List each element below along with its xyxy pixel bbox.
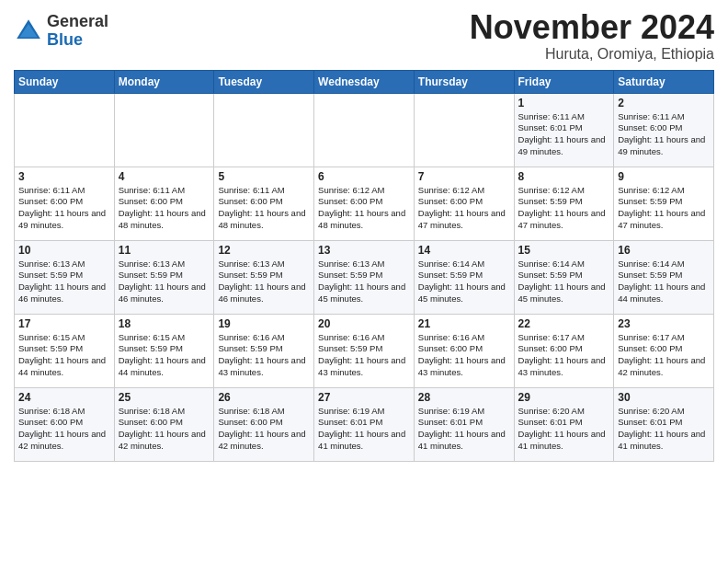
cell-content: Sunrise: 6:12 AMSunset: 6:00 PMDaylight:… (418, 185, 510, 232)
calendar-cell: 30Sunrise: 6:20 AMSunset: 6:01 PMDayligh… (614, 387, 714, 461)
calendar-cell: 3Sunrise: 6:11 AMSunset: 6:00 PMDaylight… (15, 167, 115, 240)
cell-line: Sunset: 6:00 PM (18, 196, 83, 206)
cell-content: Sunrise: 6:11 AMSunset: 6:00 PMDaylight:… (18, 185, 110, 232)
day-number: 21 (418, 317, 510, 330)
day-number: 7 (418, 170, 510, 183)
cell-line: Sunset: 6:00 PM (318, 196, 382, 206)
calendar-cell: 12Sunrise: 6:13 AMSunset: 5:59 PMDayligh… (214, 240, 314, 314)
cell-content: Sunrise: 6:14 AMSunset: 5:59 PMDaylight:… (518, 259, 610, 305)
cell-line: Daylight: 11 hours and 48 minutes. (218, 208, 305, 230)
day-number: 25 (119, 391, 210, 404)
calendar-cell: 24Sunrise: 6:18 AMSunset: 6:00 PMDayligh… (15, 387, 115, 461)
cell-line: Sunrise: 6:18 AM (218, 406, 284, 416)
day-number: 13 (318, 244, 410, 257)
cell-line: Sunrise: 6:11 AM (119, 185, 185, 195)
cell-line: Sunrise: 6:13 AM (318, 259, 384, 269)
cell-line: Sunrise: 6:13 AM (18, 259, 85, 269)
cell-content: Sunrise: 6:18 AMSunset: 6:00 PMDaylight:… (218, 406, 310, 453)
cell-line: Daylight: 11 hours and 43 minutes. (318, 355, 405, 377)
cell-line: Sunrise: 6:11 AM (18, 185, 85, 195)
calendar-cell: 4Sunrise: 6:11 AMSunset: 6:00 PMDaylight… (114, 167, 214, 240)
calendar-cell: 25Sunrise: 6:18 AMSunset: 6:00 PMDayligh… (114, 387, 214, 461)
day-number: 6 (318, 170, 410, 183)
calendar-cell: 1Sunrise: 6:11 AMSunset: 6:01 PMDaylight… (514, 93, 614, 167)
cell-line: Sunrise: 6:17 AM (518, 332, 585, 342)
cell-line: Daylight: 11 hours and 41 minutes. (518, 429, 606, 451)
calendar-week-3: 10Sunrise: 6:13 AMSunset: 5:59 PMDayligh… (15, 240, 714, 314)
calendar-header: SundayMondayTuesdayWednesdayThursdayFrid… (15, 70, 714, 93)
cell-line: Daylight: 11 hours and 42 minutes. (18, 429, 106, 451)
weekday-header-wednesday: Wednesday (314, 70, 415, 93)
calendar-cell: 28Sunrise: 6:19 AMSunset: 6:01 PMDayligh… (414, 387, 514, 461)
calendar-cell: 17Sunrise: 6:15 AMSunset: 5:59 PMDayligh… (15, 314, 115, 387)
calendar-table: SundayMondayTuesdayWednesdayThursdayFrid… (14, 70, 714, 462)
cell-line: Sunset: 5:59 PM (18, 270, 83, 280)
cell-line: Sunset: 5:59 PM (618, 270, 682, 280)
cell-line: Sunset: 5:59 PM (318, 270, 382, 280)
day-number: 29 (518, 391, 610, 404)
day-number: 3 (18, 170, 110, 183)
cell-content: Sunrise: 6:12 AMSunset: 6:00 PMDaylight:… (318, 185, 410, 232)
day-number: 4 (119, 170, 210, 183)
cell-line: Sunset: 6:00 PM (518, 343, 583, 353)
cell-line: Daylight: 11 hours and 44 minutes. (119, 355, 206, 377)
cell-content: Sunrise: 6:19 AMSunset: 6:01 PMDaylight:… (318, 406, 410, 453)
cell-line: Sunset: 6:01 PM (618, 417, 682, 427)
calendar-cell (15, 93, 115, 167)
cell-line: Sunset: 6:00 PM (119, 196, 183, 206)
cell-line: Sunset: 5:59 PM (218, 270, 282, 280)
calendar-cell (114, 93, 214, 167)
cell-content: Sunrise: 6:20 AMSunset: 6:01 PMDaylight:… (518, 406, 610, 453)
cell-content: Sunrise: 6:12 AMSunset: 5:59 PMDaylight:… (518, 185, 610, 232)
cell-content: Sunrise: 6:14 AMSunset: 5:59 PMDaylight:… (618, 259, 710, 305)
calendar-cell: 13Sunrise: 6:13 AMSunset: 5:59 PMDayligh… (314, 240, 415, 314)
cell-line: Daylight: 11 hours and 41 minutes. (418, 429, 506, 451)
cell-line: Sunset: 6:00 PM (618, 343, 682, 353)
day-number: 9 (618, 170, 710, 183)
cell-line: Sunset: 6:01 PM (518, 122, 583, 132)
day-number: 22 (518, 317, 610, 330)
cell-line: Sunrise: 6:20 AM (518, 406, 585, 416)
day-number: 16 (618, 244, 710, 257)
cell-line: Sunrise: 6:14 AM (618, 259, 684, 269)
calendar-cell: 5Sunrise: 6:11 AMSunset: 6:00 PMDaylight… (214, 167, 314, 240)
cell-line: Sunset: 6:00 PM (418, 196, 483, 206)
calendar-cell (314, 93, 415, 167)
cell-line: Sunset: 5:59 PM (618, 196, 682, 206)
calendar-cell: 29Sunrise: 6:20 AMSunset: 6:01 PMDayligh… (514, 387, 614, 461)
cell-content: Sunrise: 6:16 AMSunset: 5:59 PMDaylight:… (218, 332, 310, 379)
calendar-cell: 22Sunrise: 6:17 AMSunset: 6:00 PMDayligh… (514, 314, 614, 387)
cell-line: Daylight: 11 hours and 44 minutes. (618, 282, 705, 304)
day-number: 24 (18, 391, 110, 404)
cell-line: Sunrise: 6:19 AM (318, 406, 384, 416)
calendar-cell: 18Sunrise: 6:15 AMSunset: 5:59 PMDayligh… (114, 314, 214, 387)
calendar-cell: 2Sunrise: 6:11 AMSunset: 6:00 PMDaylight… (614, 93, 714, 167)
calendar-cell (414, 93, 514, 167)
cell-line: Sunset: 5:59 PM (119, 270, 183, 280)
cell-content: Sunrise: 6:13 AMSunset: 5:59 PMDaylight:… (318, 259, 410, 305)
calendar-cell: 16Sunrise: 6:14 AMSunset: 5:59 PMDayligh… (614, 240, 714, 314)
location: Huruta, Oromiya, Ethiopia (470, 46, 714, 63)
cell-line: Daylight: 11 hours and 47 minutes. (618, 208, 705, 230)
day-number: 14 (418, 244, 510, 257)
calendar-week-1: 1Sunrise: 6:11 AMSunset: 6:01 PMDaylight… (15, 93, 714, 167)
logo-blue: Blue (47, 30, 83, 49)
cell-line: Daylight: 11 hours and 41 minutes. (618, 429, 705, 451)
cell-line: Daylight: 11 hours and 43 minutes. (218, 355, 305, 377)
cell-content: Sunrise: 6:11 AMSunset: 6:00 PMDaylight:… (119, 185, 210, 232)
cell-line: Sunrise: 6:17 AM (618, 332, 684, 342)
day-number: 17 (18, 317, 110, 330)
cell-line: Sunrise: 6:13 AM (218, 259, 284, 269)
weekday-header-sunday: Sunday (15, 70, 115, 93)
cell-content: Sunrise: 6:15 AMSunset: 5:59 PMDaylight:… (18, 332, 110, 379)
calendar-cell: 14Sunrise: 6:14 AMSunset: 5:59 PMDayligh… (414, 240, 514, 314)
cell-line: Daylight: 11 hours and 46 minutes. (218, 282, 305, 304)
cell-content: Sunrise: 6:11 AMSunset: 6:01 PMDaylight:… (518, 111, 610, 158)
day-number: 28 (418, 391, 510, 404)
cell-content: Sunrise: 6:18 AMSunset: 6:00 PMDaylight:… (119, 406, 210, 453)
cell-content: Sunrise: 6:17 AMSunset: 6:00 PMDaylight:… (518, 332, 610, 379)
cell-line: Daylight: 11 hours and 47 minutes. (418, 208, 506, 230)
calendar-cell: 6Sunrise: 6:12 AMSunset: 6:00 PMDaylight… (314, 167, 415, 240)
cell-content: Sunrise: 6:20 AMSunset: 6:01 PMDaylight:… (618, 406, 710, 453)
cell-line: Sunrise: 6:16 AM (218, 332, 284, 342)
